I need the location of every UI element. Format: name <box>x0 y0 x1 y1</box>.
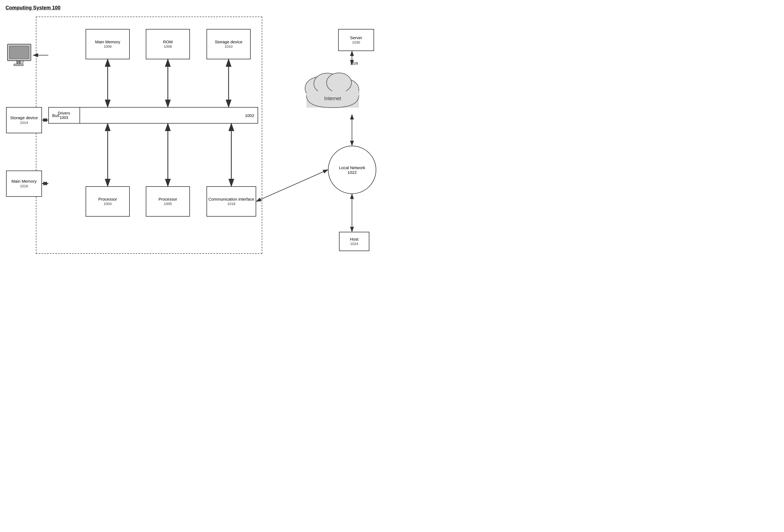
drivers-1003: Drivers 1003 <box>48 107 80 124</box>
diagram: Computing System 100 Main Memory 1006 RO… <box>0 0 392 266</box>
rom-1008: ROM 1008 <box>146 29 190 59</box>
storage-device-1014: Storage device 1014 <box>6 107 42 133</box>
svg-rect-3 <box>14 64 23 66</box>
svg-text:Internet: Internet <box>324 96 341 101</box>
conn-1028-label: 1028 <box>350 61 358 65</box>
internet-cloud: Internet <box>298 65 367 116</box>
comm-interface-1018: Communication interface 1018 <box>206 186 256 216</box>
main-memory-1016: Main Memory 1016 <box>6 171 42 197</box>
processor-1004: Processor 1004 <box>86 186 130 216</box>
monitor-1012: 1012 <box>6 43 34 69</box>
host-1024: Host 1024 <box>339 232 369 251</box>
server-1030: Server 1030 <box>338 29 374 51</box>
page-title: Computing System 100 <box>5 5 60 11</box>
storage-device-1010: Storage device 1010 <box>206 29 251 59</box>
svg-line-23 <box>256 170 328 201</box>
processor-1005: Processor 1005 <box>146 186 190 216</box>
local-network-1022: Local Network 1022 <box>328 146 376 194</box>
main-memory-1006: Main Memory 1006 <box>86 29 130 59</box>
svg-point-8 <box>327 73 352 93</box>
svg-rect-1 <box>9 46 29 59</box>
